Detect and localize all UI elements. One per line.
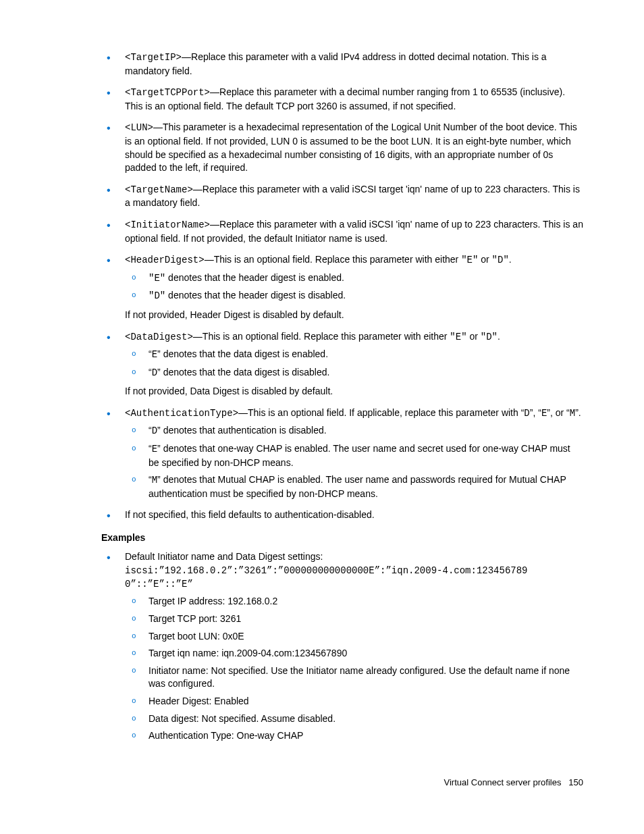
sub-item: “E” denotes that one-way CHAP is enabled…: [125, 442, 583, 469]
code-d: "D": [481, 332, 498, 342]
sub-item: "E" denotes that the header digest is en…: [125, 271, 583, 286]
example-item: Default Initiator name and Data Digest s…: [101, 550, 583, 743]
code: D: [152, 425, 157, 436]
after-text: If not provided, Data Digest is disabled…: [125, 385, 583, 398]
code: "D": [149, 290, 165, 301]
examples-list: Default Initiator name and Data Digest s…: [101, 550, 583, 743]
text: ” denotes that Mutual CHAP is enabled. T…: [149, 474, 566, 499]
text: —This is an optional field. Replace this…: [193, 331, 450, 342]
param-code: <TargetIP>: [125, 52, 182, 63]
example-code: iscsi:”192.168.0.2”:”3261”:”000000000000…: [125, 565, 583, 591]
sub-item: Target TCP port: 3261: [125, 613, 583, 626]
text: Target iqn name: iqn.2009-04.com:1234567…: [149, 648, 347, 658]
text: ” denotes that the data digest is disabl…: [157, 367, 329, 377]
list-item-datadigest: <DataDigest>—This is an optional field. …: [101, 330, 583, 398]
sub-item: “M” denotes that Mutual CHAP is enabled.…: [125, 473, 583, 500]
text: .: [498, 331, 500, 342]
list-item: <LUN>—This parameter is a hexadecimal re…: [101, 121, 583, 174]
text: or: [478, 254, 491, 265]
text: Initiator name: Not specified. Use the I…: [149, 665, 570, 689]
param-code: <TargetName>: [125, 184, 193, 195]
param-text: —Replace this parameter with a valid IPv…: [125, 51, 547, 76]
code: "E": [149, 273, 165, 284]
sub-list: "E" denotes that the header digest is en…: [125, 271, 583, 303]
text: ”, or “: [547, 407, 569, 418]
sub-item: Target IP address: 192.168.0.2: [125, 595, 583, 608]
text: Target TCP port: 3261: [149, 613, 241, 624]
text: Authentication Type: One-way CHAP: [149, 730, 303, 741]
example-sub-list: Target IP address: 192.168.0.2 Target TC…: [125, 595, 583, 742]
sub-item: "D" denotes that the header digest is di…: [125, 289, 583, 303]
param-text: —Replace this parameter with a valid iSC…: [125, 184, 580, 209]
list-item: <InitiatorName>—Replace this parameter w…: [101, 218, 583, 245]
code-d: "D": [492, 255, 509, 265]
main-list: <TargetIP>—Replace this parameter with a…: [101, 51, 583, 522]
sub-item: Target iqn name: iqn.2009-04.com:1234567…: [125, 647, 583, 660]
sub-list: “E” denotes that the data digest is enab…: [125, 348, 583, 380]
list-item: <TargetIP>—Replace this parameter with a…: [101, 51, 583, 78]
code-e: "E": [461, 255, 478, 265]
text: denotes that the header digest is enable…: [165, 272, 344, 283]
code: D: [152, 367, 157, 378]
sub-item: “D” denotes that the data digest is disa…: [125, 366, 583, 380]
text: —This is an optional field. If applicabl…: [238, 407, 524, 418]
sub-item: “D” denotes that authentication is disab…: [125, 424, 583, 438]
text: —This is an optional field. Replace this…: [205, 254, 462, 265]
sub-item: Initiator name: Not specified. Use the I…: [125, 664, 583, 691]
param-code: <AuthenticationType>: [125, 408, 238, 419]
text: .: [509, 254, 512, 265]
text: ” denotes that authentication is disable…: [157, 425, 327, 436]
sub-list: “D” denotes that authentication is disab…: [125, 424, 583, 500]
after-text: If not provided, Header Digest is disabl…: [125, 309, 583, 322]
page-number: 150: [568, 777, 583, 787]
sub-item: Data digest: Not specified. Assume disab…: [125, 712, 583, 726]
text: ”.: [575, 407, 581, 418]
code: E: [152, 349, 157, 360]
param-code: <HeaderDigest>: [125, 255, 205, 265]
list-item: <TargetName>—Replace this parameter with…: [101, 183, 583, 210]
sub-item: Header Digest: Enabled: [125, 695, 583, 708]
text: Target boot LUN: 0x0E: [149, 631, 244, 642]
text: Target IP address: 192.168.0.2: [149, 596, 277, 606]
example-intro: Default Initiator name and Data Digest s…: [125, 551, 323, 562]
list-item-auth: <AuthenticationType>—This is an optional…: [101, 407, 583, 501]
sub-item: Target boot LUN: 0x0E: [125, 630, 583, 644]
list-item: <TargetTCPPort>—Replace this parameter w…: [101, 86, 583, 113]
text: or: [467, 331, 481, 342]
text: denotes that the header digest is disabl…: [165, 290, 346, 301]
param-text: —This parameter is a hexadecimal represe…: [125, 122, 577, 173]
text: ”, “: [530, 407, 541, 418]
text: ” denotes that one-way CHAP is enabled. …: [149, 443, 570, 468]
param-code: <InitiatorName>: [125, 219, 210, 230]
code-e: "E": [450, 332, 466, 342]
list-item: If not specified, this field defaults to…: [101, 509, 583, 522]
sub-item: Authentication Type: One-way CHAP: [125, 729, 583, 743]
footer-text: Virtual Connect server profiles: [444, 777, 562, 787]
param-code: <LUN>: [125, 122, 153, 133]
text: If not specified, this field defaults to…: [125, 509, 375, 520]
examples-heading: Examples: [101, 531, 583, 545]
list-item-headerdigest: <HeaderDigest>—This is an optional field…: [101, 253, 583, 321]
sub-item: “E” denotes that the data digest is enab…: [125, 348, 583, 362]
code: M: [570, 408, 575, 419]
text: ” denotes that the data digest is enable…: [157, 348, 328, 359]
text: Header Digest: Enabled: [149, 696, 249, 706]
code: M: [152, 475, 157, 486]
param-code: <DataDigest>: [125, 332, 193, 342]
text: Data digest: Not specified. Assume disab…: [149, 713, 336, 724]
page-footer: Virtual Connect server profiles 150: [101, 777, 583, 789]
code: E: [152, 444, 157, 454]
code: D: [524, 408, 529, 419]
param-code: <TargetTCPPort>: [125, 87, 210, 98]
